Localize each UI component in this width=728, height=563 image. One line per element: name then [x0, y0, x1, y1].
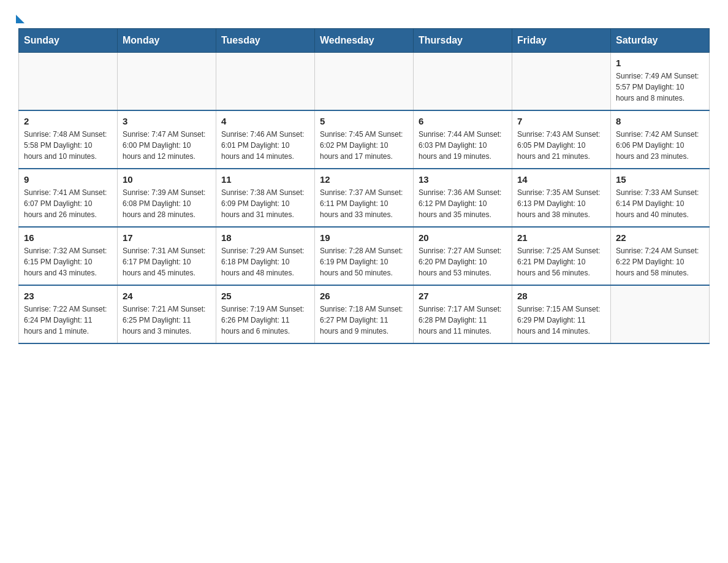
- day-number: 28: [517, 291, 605, 301]
- day-info: Sunrise: 7:22 AM Sunset: 6:24 PM Dayligh…: [24, 304, 112, 337]
- day-number: 9: [24, 174, 112, 185]
- day-info: Sunrise: 7:49 AM Sunset: 5:57 PM Dayligh…: [616, 71, 704, 104]
- logo: [18, 12, 25, 22]
- calendar-cell: 13Sunrise: 7:36 AM Sunset: 6:12 PM Dayli…: [414, 169, 512, 227]
- calendar-cell: [216, 53, 315, 111]
- day-info: Sunrise: 7:44 AM Sunset: 6:03 PM Dayligh…: [419, 129, 507, 162]
- calendar-cell: 19Sunrise: 7:28 AM Sunset: 6:19 PM Dayli…: [315, 227, 414, 285]
- day-number: 5: [320, 116, 408, 126]
- column-header-tuesday: Tuesday: [216, 29, 315, 53]
- calendar-week-row: 9Sunrise: 7:41 AM Sunset: 6:07 PM Daylig…: [19, 169, 710, 227]
- day-info: Sunrise: 7:15 AM Sunset: 6:29 PM Dayligh…: [517, 304, 605, 337]
- day-number: 26: [320, 291, 408, 301]
- day-number: 23: [24, 291, 112, 301]
- calendar-table: SundayMondayTuesdayWednesdayThursdayFrid…: [18, 28, 710, 344]
- day-info: Sunrise: 7:47 AM Sunset: 6:00 PM Dayligh…: [123, 129, 211, 162]
- calendar-cell: 25Sunrise: 7:19 AM Sunset: 6:26 PM Dayli…: [216, 285, 315, 343]
- day-info: Sunrise: 7:27 AM Sunset: 6:20 PM Dayligh…: [419, 245, 507, 278]
- column-header-wednesday: Wednesday: [315, 29, 414, 53]
- calendar-week-row: 16Sunrise: 7:32 AM Sunset: 6:15 PM Dayli…: [19, 227, 710, 285]
- day-number: 15: [616, 174, 704, 185]
- day-number: 20: [419, 232, 507, 243]
- day-number: 6: [419, 116, 507, 126]
- calendar-cell: 26Sunrise: 7:18 AM Sunset: 6:27 PM Dayli…: [315, 285, 414, 343]
- day-number: 2: [24, 116, 112, 126]
- calendar-week-row: 1Sunrise: 7:49 AM Sunset: 5:57 PM Daylig…: [19, 53, 710, 111]
- calendar-cell: [512, 53, 611, 111]
- day-info: Sunrise: 7:39 AM Sunset: 6:08 PM Dayligh…: [123, 187, 211, 220]
- calendar-cell: 4Sunrise: 7:46 AM Sunset: 6:01 PM Daylig…: [216, 110, 315, 169]
- calendar-cell: 12Sunrise: 7:37 AM Sunset: 6:11 PM Dayli…: [315, 169, 414, 227]
- day-info: Sunrise: 7:32 AM Sunset: 6:15 PM Dayligh…: [24, 245, 112, 278]
- day-info: Sunrise: 7:42 AM Sunset: 6:06 PM Dayligh…: [616, 129, 704, 162]
- day-info: Sunrise: 7:21 AM Sunset: 6:25 PM Dayligh…: [123, 304, 211, 337]
- calendar-cell: [315, 53, 414, 111]
- day-number: 24: [123, 291, 211, 301]
- calendar-cell: [118, 53, 216, 111]
- calendar-cell: 22Sunrise: 7:24 AM Sunset: 6:22 PM Dayli…: [611, 227, 710, 285]
- day-info: Sunrise: 7:43 AM Sunset: 6:05 PM Dayligh…: [517, 129, 605, 162]
- day-number: 14: [517, 174, 605, 185]
- page-header: [18, 12, 710, 22]
- day-number: 3: [123, 116, 211, 126]
- day-info: Sunrise: 7:17 AM Sunset: 6:28 PM Dayligh…: [419, 304, 507, 337]
- column-header-monday: Monday: [118, 29, 216, 53]
- day-number: 11: [221, 174, 309, 185]
- day-number: 18: [221, 232, 309, 243]
- calendar-body: 1Sunrise: 7:49 AM Sunset: 5:57 PM Daylig…: [19, 53, 710, 344]
- calendar-cell: [611, 285, 710, 343]
- day-number: 8: [616, 116, 704, 126]
- calendar-cell: 8Sunrise: 7:42 AM Sunset: 6:06 PM Daylig…: [611, 110, 710, 169]
- column-header-sunday: Sunday: [19, 29, 118, 53]
- day-number: 22: [616, 232, 704, 243]
- calendar-cell: 2Sunrise: 7:48 AM Sunset: 5:58 PM Daylig…: [19, 110, 118, 169]
- column-header-thursday: Thursday: [414, 29, 512, 53]
- day-number: 12: [320, 174, 408, 185]
- calendar-cell: 6Sunrise: 7:44 AM Sunset: 6:03 PM Daylig…: [414, 110, 512, 169]
- calendar-cell: 20Sunrise: 7:27 AM Sunset: 6:20 PM Dayli…: [414, 227, 512, 285]
- calendar-cell: 1Sunrise: 7:49 AM Sunset: 5:57 PM Daylig…: [611, 53, 710, 111]
- day-number: 19: [320, 232, 408, 243]
- calendar-cell: 3Sunrise: 7:47 AM Sunset: 6:00 PM Daylig…: [118, 110, 216, 169]
- day-info: Sunrise: 7:29 AM Sunset: 6:18 PM Dayligh…: [221, 245, 309, 278]
- day-info: Sunrise: 7:36 AM Sunset: 6:12 PM Dayligh…: [419, 187, 507, 220]
- calendar-cell: 11Sunrise: 7:38 AM Sunset: 6:09 PM Dayli…: [216, 169, 315, 227]
- calendar-cell: 27Sunrise: 7:17 AM Sunset: 6:28 PM Dayli…: [414, 285, 512, 343]
- day-info: Sunrise: 7:28 AM Sunset: 6:19 PM Dayligh…: [320, 245, 408, 278]
- day-info: Sunrise: 7:31 AM Sunset: 6:17 PM Dayligh…: [123, 245, 211, 278]
- calendar-cell: 28Sunrise: 7:15 AM Sunset: 6:29 PM Dayli…: [512, 285, 611, 343]
- calendar-cell: 24Sunrise: 7:21 AM Sunset: 6:25 PM Dayli…: [118, 285, 216, 343]
- day-number: 13: [419, 174, 507, 185]
- day-info: Sunrise: 7:48 AM Sunset: 5:58 PM Dayligh…: [24, 129, 112, 162]
- day-number: 7: [517, 116, 605, 126]
- calendar-week-row: 23Sunrise: 7:22 AM Sunset: 6:24 PM Dayli…: [19, 285, 710, 343]
- calendar-cell: 7Sunrise: 7:43 AM Sunset: 6:05 PM Daylig…: [512, 110, 611, 169]
- day-info: Sunrise: 7:38 AM Sunset: 6:09 PM Dayligh…: [221, 187, 309, 220]
- day-info: Sunrise: 7:33 AM Sunset: 6:14 PM Dayligh…: [616, 187, 704, 220]
- calendar-cell: [19, 53, 118, 111]
- day-number: 17: [123, 232, 211, 243]
- day-info: Sunrise: 7:35 AM Sunset: 6:13 PM Dayligh…: [517, 187, 605, 220]
- calendar-header-row: SundayMondayTuesdayWednesdayThursdayFrid…: [19, 29, 710, 53]
- calendar-week-row: 2Sunrise: 7:48 AM Sunset: 5:58 PM Daylig…: [19, 110, 710, 169]
- day-number: 10: [123, 174, 211, 185]
- calendar-cell: 17Sunrise: 7:31 AM Sunset: 6:17 PM Dayli…: [118, 227, 216, 285]
- calendar-cell: 21Sunrise: 7:25 AM Sunset: 6:21 PM Dayli…: [512, 227, 611, 285]
- calendar-cell: 9Sunrise: 7:41 AM Sunset: 6:07 PM Daylig…: [19, 169, 118, 227]
- calendar-cell: 14Sunrise: 7:35 AM Sunset: 6:13 PM Dayli…: [512, 169, 611, 227]
- column-header-friday: Friday: [512, 29, 611, 53]
- day-number: 1: [616, 58, 704, 68]
- day-info: Sunrise: 7:25 AM Sunset: 6:21 PM Dayligh…: [517, 245, 605, 278]
- day-number: 21: [517, 232, 605, 243]
- day-info: Sunrise: 7:24 AM Sunset: 6:22 PM Dayligh…: [616, 245, 704, 278]
- calendar-cell: 5Sunrise: 7:45 AM Sunset: 6:02 PM Daylig…: [315, 110, 414, 169]
- calendar-cell: 23Sunrise: 7:22 AM Sunset: 6:24 PM Dayli…: [19, 285, 118, 343]
- calendar-cell: 16Sunrise: 7:32 AM Sunset: 6:15 PM Dayli…: [19, 227, 118, 285]
- calendar-cell: 18Sunrise: 7:29 AM Sunset: 6:18 PM Dayli…: [216, 227, 315, 285]
- day-number: 27: [419, 291, 507, 301]
- day-number: 25: [221, 291, 309, 301]
- calendar-cell: 10Sunrise: 7:39 AM Sunset: 6:08 PM Dayli…: [118, 169, 216, 227]
- calendar-cell: [414, 53, 512, 111]
- day-info: Sunrise: 7:18 AM Sunset: 6:27 PM Dayligh…: [320, 304, 408, 337]
- day-info: Sunrise: 7:37 AM Sunset: 6:11 PM Dayligh…: [320, 187, 408, 220]
